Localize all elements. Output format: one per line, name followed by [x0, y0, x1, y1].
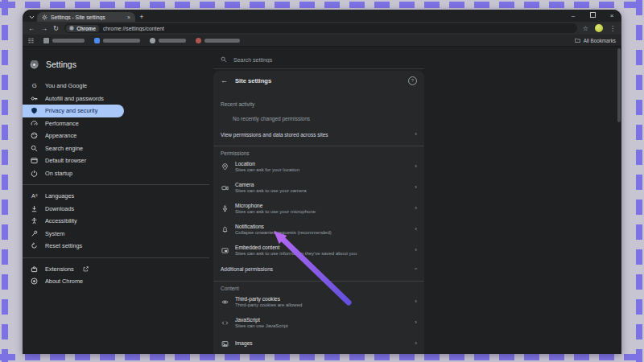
chrome-logo-icon	[31, 278, 38, 285]
bookmark-label-blurred	[103, 39, 140, 43]
back-arrow-icon[interactable]: ←	[221, 76, 228, 84]
minimize-button[interactable]: –	[564, 10, 583, 22]
setting-title: Camera	[235, 182, 408, 187]
setting-desc: Sites can ask to use your camera	[235, 188, 408, 193]
setting-desc: Sites can ask to use information they've…	[235, 251, 408, 256]
sidebar-item-default-browser[interactable]: Default browser	[23, 154, 209, 167]
palette-icon	[31, 132, 38, 139]
view-permissions-label: View permissions and data stored across …	[221, 132, 415, 138]
chevron-right-icon: ›	[415, 184, 417, 191]
tab-strip: Settings - Site settings × + – ×	[23, 10, 621, 22]
speedometer-icon	[31, 120, 38, 127]
extensions-icon	[31, 265, 38, 273]
sidebar-item-label: Extensions	[45, 265, 74, 273]
sidebar-item-extensions[interactable]: Extensions	[23, 263, 209, 276]
sidebar-item-label: Reset settings	[45, 242, 82, 249]
sidebar-divider	[23, 184, 209, 185]
address-bar[interactable]: Chrome chrome://settings/content	[64, 23, 577, 33]
browser-window-icon	[31, 157, 38, 164]
search-icon	[31, 145, 38, 152]
search-input[interactable]	[232, 56, 364, 64]
chevron-right-icon: ›	[415, 163, 417, 170]
sidebar-item-autofill[interactable]: Autofill and passwords	[23, 93, 209, 105]
settings-sidebar: Settings G You and Google Autofill and p…	[23, 47, 209, 354]
settings-search[interactable]	[213, 51, 424, 69]
scrollbar-thumb[interactable]	[617, 48, 621, 122]
sidebar-item-languages[interactable]: A Languages	[23, 190, 209, 203]
setting-row-microphone[interactable]: Microphone Sites can ask to use your mic…	[213, 198, 424, 219]
sidebar-list: G You and Google Autofill and passwords …	[23, 80, 209, 288]
setting-title: Microphone	[235, 203, 408, 208]
bookmark-item[interactable]	[196, 38, 240, 43]
setting-row-third-party-cookies[interactable]: Third-party cookies Third-party cookies …	[213, 291, 424, 312]
sidebar-item-system[interactable]: System	[23, 228, 209, 241]
setting-row-javascript[interactable]: JavaScript Sites can use JavaScript ›	[213, 312, 424, 333]
help-icon[interactable]: ?	[408, 76, 417, 85]
site-chip-label: Chrome	[76, 26, 96, 31]
bookmark-star-icon[interactable]: ☆	[583, 25, 588, 32]
favicon-red-icon	[196, 38, 201, 43]
image-icon	[221, 340, 229, 348]
setting-row-notifications[interactable]: Notifications Collapse unwanted requests…	[213, 219, 424, 240]
card-header: ← Site settings ?	[213, 71, 424, 90]
tab-search-button[interactable]	[26, 12, 37, 22]
sidebar-item-label: Downloads	[45, 205, 74, 212]
setting-row-location[interactable]: Location Sites can ask for your location…	[213, 156, 424, 177]
sidebar-item-reset-settings[interactable]: Reset settings	[23, 240, 209, 253]
download-icon	[31, 205, 38, 212]
reload-button[interactable]: ↻	[53, 25, 59, 32]
sidebar-item-label: System	[45, 230, 64, 237]
translate-icon: A	[31, 192, 38, 200]
bookmark-item[interactable]	[43, 38, 85, 43]
sidebar-item-label: Appearance	[45, 132, 76, 139]
sidebar-item-search-engine[interactable]: Search engine	[23, 142, 209, 155]
sidebar-item-appearance[interactable]: Appearance	[23, 130, 209, 142]
code-icon	[221, 319, 229, 327]
sidebar-item-downloads[interactable]: Downloads	[23, 203, 209, 216]
sidebar-item-performance[interactable]: Performance	[23, 117, 209, 130]
sidebar-item-accessibility[interactable]: Accessibility	[23, 215, 209, 228]
browser-tab[interactable]: Settings - Site settings ×	[37, 12, 135, 22]
back-button[interactable]: ←	[28, 25, 35, 32]
bookmark-item[interactable]	[150, 38, 186, 43]
frame-dash-right	[636, 0, 642, 362]
sidebar-item-label: Autofill and passwords	[45, 95, 104, 102]
favicon-blue-icon	[94, 38, 100, 43]
setting-row-images[interactable]: Images ›	[213, 333, 424, 354]
setting-row-camera[interactable]: Camera Sites can ask to use your camera …	[213, 177, 424, 198]
setting-title: Embedded content	[235, 245, 408, 250]
recent-activity-empty-text: No recently changed permissions	[213, 116, 424, 121]
additional-permissions-row[interactable]: Additional permissions ›	[213, 261, 424, 277]
forward-button[interactable]: →	[41, 25, 48, 32]
browser-toolbar: ← → ↻ Chrome chrome://settings/content ☆…	[23, 22, 621, 35]
setting-row-embedded-content[interactable]: Embedded content Sites can ask to use in…	[213, 240, 424, 261]
restore-icon	[31, 242, 38, 249]
bookmark-label-blurred	[204, 39, 240, 43]
profile-avatar[interactable]	[595, 24, 603, 32]
tab-close-icon[interactable]: ×	[127, 14, 130, 20]
all-bookmarks-button[interactable]: All Bookmarks	[575, 38, 616, 43]
chevron-right-icon: ›	[415, 247, 417, 253]
sidebar-item-about-chrome[interactable]: About Chrome	[23, 275, 209, 288]
folder-icon	[575, 38, 580, 43]
chevron-right-icon: ›	[415, 319, 417, 326]
setting-title: Location	[235, 161, 408, 167]
new-tab-button[interactable]: +	[135, 12, 148, 22]
sidebar-item-on-startup[interactable]: On startup	[23, 167, 209, 180]
sidebar-item-you-and-google[interactable]: G You and Google	[23, 80, 209, 93]
sidebar-item-privacy-and-security[interactable]: Privacy and security	[23, 105, 124, 117]
sidebar-item-label: Search engine	[45, 145, 83, 152]
external-link-icon	[83, 266, 89, 272]
setting-title: Images	[235, 340, 408, 346]
maximize-button[interactable]	[583, 10, 602, 22]
menu-dots-icon[interactable]: ⋮	[609, 25, 616, 32]
close-window-button[interactable]: ×	[602, 10, 621, 22]
browser-window: Settings - Site settings × + – × ← → ↻ C…	[23, 10, 621, 354]
view-permissions-row[interactable]: View permissions and data stored across …	[213, 127, 424, 142]
sidebar-item-label: Privacy and security	[45, 107, 97, 114]
maximize-icon	[590, 12, 596, 18]
bell-icon	[221, 226, 229, 233]
apps-grid-icon[interactable]	[28, 38, 34, 43]
setting-desc: Sites can ask to use your microphone	[235, 209, 408, 214]
bookmark-item[interactable]	[94, 38, 140, 43]
